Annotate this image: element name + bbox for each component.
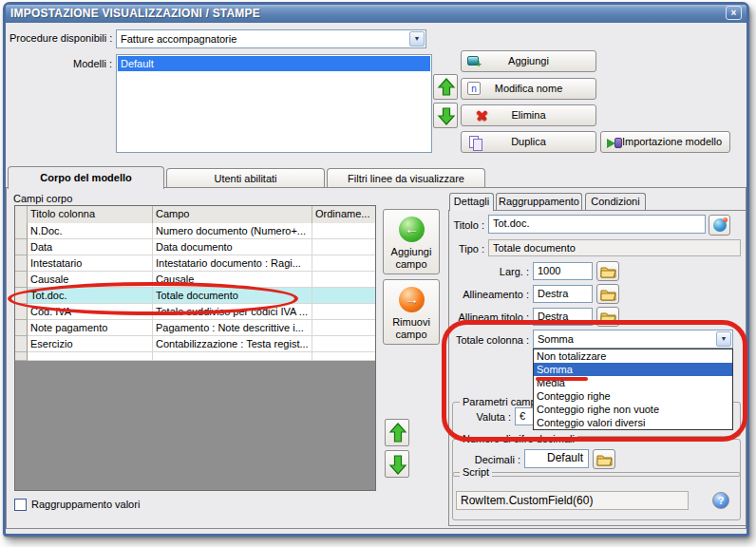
table-row[interactable]: Esercizio Contabilizzazione : Testa regi… [15,336,375,352]
allineam-titolo-input[interactable]: Destra [533,308,593,326]
remove-field-button[interactable]: → Rimuovi campo [383,279,440,345]
models-label: Modelli : [9,58,112,69]
folder-icon [596,453,613,466]
script-legend: Script [460,466,492,478]
column-header-ordinamento[interactable]: Ordiname... [312,206,375,223]
field-move-up-button[interactable] [385,419,409,446]
larghezza-label: Larg. : [448,266,529,277]
tab-corpo-del-modello[interactable]: Corpo del modello [8,166,164,189]
column-header-campo[interactable]: Campo [153,206,312,223]
table-row-empty [15,352,375,361]
numero-cifre-decimali-legend: Numero di cifre decimali [460,433,577,444]
model-move-down-button[interactable] [433,103,458,128]
totale-colonna-label: Totale colonna : [448,334,529,346]
rename-model-button[interactable]: n Modifica nome [461,78,596,100]
table-row[interactable]: Causale Causale [15,272,375,288]
procedure-value: Fatture accompagnatorie [121,31,236,47]
dropdown-option-selected[interactable]: Somma [534,363,732,376]
add-model-button[interactable]: + Aggiungi [461,50,596,72]
arrow-up-icon [437,78,456,97]
delete-model-button[interactable]: Elimina [461,104,596,126]
dropdown-option[interactable]: Non totalizzare [534,349,732,363]
larghezza-input[interactable]: 1000 [533,262,593,280]
totale-colonna-dropdown-list[interactable]: Non totalizzare Somma Media Conteggio ri… [533,349,733,430]
arrow-right-circle-icon: → [399,287,425,312]
table-row[interactable]: Note pagamento Pagamento : Note descritt… [15,320,375,336]
dialog-title: IMPOSTAZIONE VISUALIZZAZIONI / STAMPE [10,7,260,20]
arrow-up-icon [388,423,407,443]
raggruppamento-valori-checkbox[interactable] [14,499,27,511]
field-move-down-button[interactable] [385,450,409,478]
fields-table[interactable]: Titolo colonna Campo Ordiname... N.Doc. … [14,205,376,491]
procedure-combobox[interactable]: Fatture accompagnatorie ▼ [116,29,426,48]
column-header-titolo[interactable]: Titolo colonna [28,206,153,223]
allineam-titolo-folder-button[interactable] [596,307,619,327]
allineam-titolo-label: Allineam.titolo : [448,311,529,323]
tipo-label: Tipo : [429,243,484,255]
table-row[interactable]: Data Data documento [15,239,375,255]
raggruppamento-valori-label: Raggruppamento valori [31,499,140,510]
settings-dialog: IMPOSTAZIONE VISUALIZZAZIONI / STAMPE × … [3,2,749,537]
tab-condizioni[interactable]: Condizioni [585,193,646,210]
tab-dettagli[interactable]: Dettagli [449,193,494,211]
table-row[interactable]: N.Doc. Numero documento (Numero+... [15,223,375,239]
models-listbox[interactable]: Default [116,54,432,153]
titolo-input[interactable]: Tot.doc. [488,215,706,234]
script-field[interactable]: RowItem.CustomField(60) [456,491,689,510]
decimali-folder-button[interactable] [593,449,615,469]
dropdown-option[interactable]: Conteggio righe non vuote [534,403,732,416]
table-row[interactable]: Intestatario Intestatario documento : Ra… [15,255,375,272]
allineamento-input[interactable]: Destra [533,285,593,303]
arrow-down-icon [437,106,456,125]
campi-corpo-label: Campi corpo [13,193,108,204]
help-icon[interactable]: ? [712,492,729,509]
duplicate-model-label: Duplica [462,136,595,147]
tab-raggruppamento[interactable]: Raggruppamento [496,193,582,210]
tab-utenti-abilitati[interactable]: Utenti abilitati [166,168,325,189]
dropdown-option[interactable]: Conteggio valori diversi [534,416,732,429]
title-bar[interactable]: IMPOSTAZIONE VISUALIZZAZIONI / STAMPE × [6,5,747,23]
translate-button[interactable] [709,215,730,236]
tab-filtri-linee[interactable]: Filtri linee da visualizzare [327,168,485,189]
list-item-default[interactable]: Default [118,56,430,71]
screenshot-canvas: IMPOSTAZIONE VISUALIZZAZIONI / STAMPE × … [0,0,756,547]
folder-icon [600,288,616,301]
chevron-down-icon[interactable]: ▼ [716,331,731,347]
table-header-row: Titolo colonna Campo Ordiname... [15,206,375,223]
decimali-label: Decimali : [452,454,520,465]
close-icon[interactable]: × [726,6,742,20]
totale-colonna-combobox[interactable]: Somma ▼ [533,330,733,349]
totale-colonna-value: Somma [538,331,574,347]
add-model-label: Aggiungi [462,55,595,66]
allineamento-label: Allineamento : [448,289,529,300]
titolo-label: Titolo : [429,219,484,231]
procedure-label: Procedure disponibili : [9,32,112,44]
selector-column-header [15,206,28,223]
import-model-button[interactable]: Importazione modello [600,131,730,153]
model-move-up-button[interactable] [433,74,458,100]
table-row-selected[interactable]: Tot.doc. Totale documento [15,288,375,304]
folder-icon [600,265,616,278]
allineamento-folder-button[interactable] [596,284,619,304]
annotation-underline [536,377,588,381]
valuta-label: Valuta : [452,411,511,423]
larghezza-folder-button[interactable] [596,261,619,281]
dropdown-option[interactable]: Conteggio righe [534,389,732,403]
table-row[interactable]: Cod. IVA Totale suddiviso per codici IVA… [15,304,375,320]
globe-icon [713,218,727,232]
arrow-left-circle-icon: ← [399,217,425,242]
chevron-down-icon[interactable]: ▼ [409,31,425,47]
import-model-label: Importazione modello [614,136,729,147]
folder-icon [600,311,616,324]
duplicate-model-button[interactable]: Duplica [461,131,596,153]
rename-model-label: Modifica nome [462,83,595,94]
remove-field-label: Rimuovi campo [384,316,439,341]
delete-model-label: Elimina [462,109,595,121]
arrow-down-icon [388,454,407,475]
decimali-field[interactable]: Default [524,449,589,468]
tipo-field: Totale documento [488,239,741,256]
